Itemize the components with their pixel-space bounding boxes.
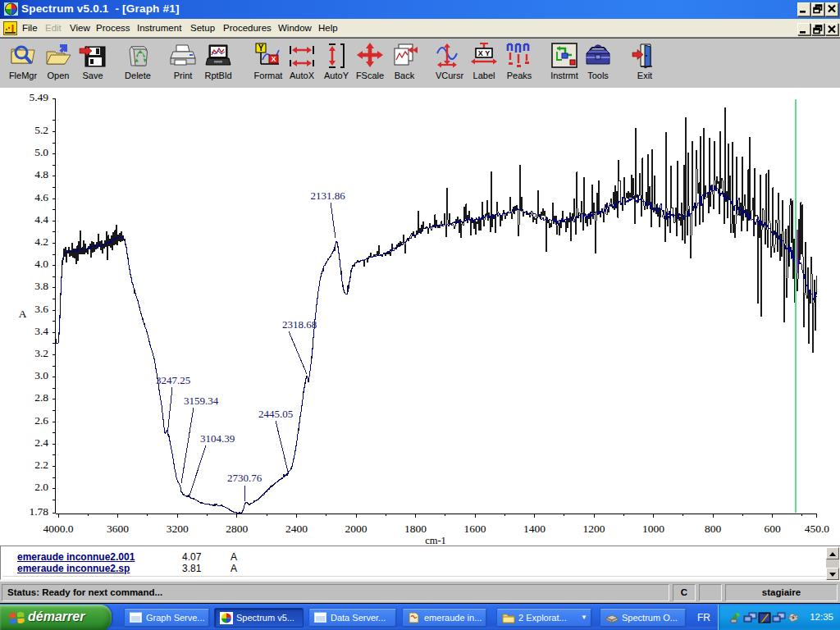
svg-text:4.4: 4.4 [34,213,48,226]
svg-text:2.2: 2.2 [34,459,48,471]
svg-text:X Y: X Y [478,49,490,57]
svg-text:5.2: 5.2 [34,124,48,136]
svg-text:1400: 1400 [523,523,546,535]
svg-text:2.6: 2.6 [34,414,48,427]
svg-text:4.0: 4.0 [34,258,48,270]
svg-text:2.4: 2.4 [34,436,48,449]
svg-text:1600: 1600 [464,523,486,535]
svg-text:Y: Y [258,43,264,52]
svg-text:4.8: 4.8 [34,168,48,180]
svg-text:5.49: 5.49 [29,91,48,103]
svg-text:3.0: 3.0 [34,369,48,381]
svg-text:600: 600 [764,523,781,535]
svg-text:3.4: 3.4 [34,325,48,337]
svg-text:4000.0: 4000.0 [43,523,73,535]
svg-text:3.2: 3.2 [34,347,48,359]
svg-text:3200: 3200 [167,523,189,535]
svg-text:3247.25: 3247.25 [156,374,190,386]
svg-text:1000: 1000 [642,523,664,535]
svg-text:2131.86: 2131.86 [310,189,345,202]
svg-text:3.8: 3.8 [34,280,48,292]
svg-text:2445.05: 2445.05 [258,408,293,420]
svg-text:2730.76: 2730.76 [227,472,262,484]
svg-text:2800: 2800 [226,523,248,535]
svg-text:4.6: 4.6 [34,191,48,203]
svg-text:2318.68: 2318.68 [282,318,317,331]
svg-text:450.0: 450.0 [805,523,830,535]
svg-text:2400: 2400 [285,523,308,535]
svg-text:3104.39: 3104.39 [200,432,235,445]
svg-text:800: 800 [705,523,722,535]
svg-text:1.78: 1.78 [29,505,48,518]
svg-text:X: X [271,55,276,63]
svg-text:A: A [19,308,27,320]
svg-text:3600: 3600 [107,523,129,535]
svg-text:2.8: 2.8 [34,391,48,404]
svg-text:3.6: 3.6 [34,303,48,315]
svg-text:1200: 1200 [583,523,605,535]
svg-text:cm-1: cm-1 [425,535,446,545]
svg-text:1800: 1800 [404,523,427,535]
svg-text:3159.34: 3159.34 [184,395,219,407]
svg-text:2000: 2000 [345,523,368,535]
svg-text:4.2: 4.2 [34,235,48,248]
svg-text:2.0: 2.0 [34,481,48,493]
svg-text:5.0: 5.0 [34,146,48,158]
